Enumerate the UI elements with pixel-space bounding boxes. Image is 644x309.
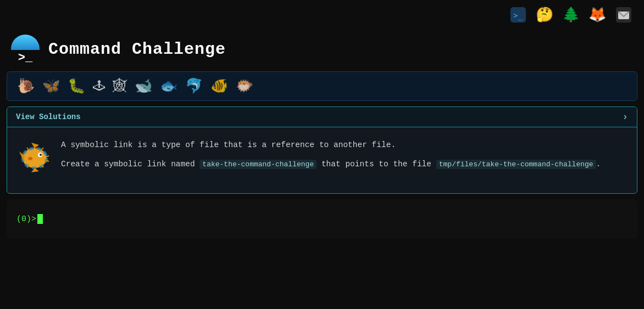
level-fish[interactable]: 🐟 (160, 77, 177, 95)
challenge-header: View Solutions › (7, 107, 637, 127)
gitlab-icon[interactable]: 🦊 (587, 4, 608, 25)
level-joystick[interactable]: 🕹 (93, 79, 105, 94)
mail-icon[interactable] (613, 4, 634, 25)
level-butterfly[interactable]: 🦋 (42, 77, 60, 95)
challenge-header-title: View Solutions (16, 113, 81, 121)
logo: >_ (11, 35, 40, 64)
terminal[interactable]: (0)> (7, 199, 637, 239)
challenge-expand-button[interactable]: › (622, 111, 628, 122)
svg-text:>_: >_ (513, 11, 523, 20)
level-dolphin[interactable]: 🐬 (185, 77, 203, 95)
page-title: Command Challenge (48, 40, 226, 59)
challenge-link-target: tmp/files/take-the-command-challenge (436, 160, 596, 169)
challenge-para2-before: Create a symbolic link named (61, 160, 199, 168)
challenge-para2-middle: that points to the file (317, 160, 436, 168)
svg-point-7 (40, 154, 42, 156)
challenge-body: A symbolic link is a type of file that i… (7, 127, 637, 193)
tree-icon[interactable]: 🌲 (560, 4, 581, 25)
level-snail[interactable]: 🐌 (17, 77, 35, 95)
svg-point-18 (28, 157, 32, 160)
svg-line-12 (41, 148, 43, 150)
thinking-icon[interactable]: 🤔 (534, 4, 555, 25)
level-bar: 🐌 🦋 🐛 🕹 🕸 🐋 🐟 🐬 🐠 🐡 (7, 71, 637, 101)
challenge-link-name: take-the-command-challenge (199, 160, 317, 169)
challenge-description: A symbolic link is a type of file that i… (61, 138, 626, 171)
level-whale[interactable]: 🐋 (135, 77, 152, 95)
terminal-cursor (37, 214, 43, 224)
terminal-icon[interactable]: >_ (508, 4, 529, 25)
challenge-card: View Solutions › (7, 106, 637, 194)
level-blowfish[interactable]: 🐡 (236, 77, 253, 95)
logo-prompt: >_ (18, 51, 32, 65)
level-caterpillar[interactable]: 🐛 (68, 77, 85, 95)
level-web[interactable]: 🕸 (113, 77, 127, 95)
level-tropical-fish[interactable]: 🐠 (210, 77, 228, 95)
challenge-mascot (18, 141, 51, 181)
challenge-para1: A symbolic link is a type of file that i… (61, 141, 396, 149)
terminal-prompt: (0)> (16, 215, 36, 224)
header: >_ Command Challenge (0, 30, 644, 71)
logo-arc (11, 35, 40, 50)
top-nav: >_ 🤔 🌲 🦊 (0, 0, 644, 30)
challenge-para2-after: . (596, 160, 601, 168)
